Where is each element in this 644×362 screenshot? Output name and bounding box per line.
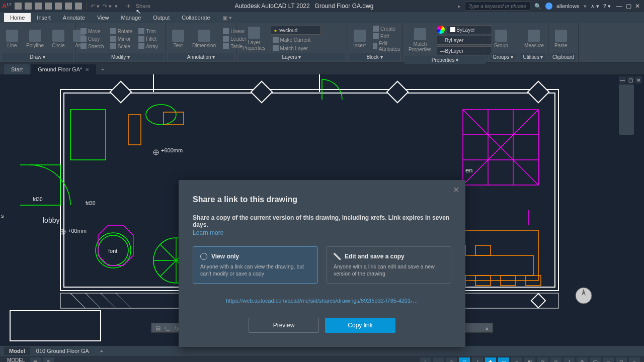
create-block-button[interactable]: Create [371, 25, 404, 32]
file-tab-doc[interactable]: Ground Floor GA*✕ [31, 64, 96, 74]
tab-insert[interactable]: Insert [31, 13, 57, 22]
app-logo[interactable]: ALT [2, 2, 12, 10]
preview-button[interactable]: Preview [249, 318, 319, 333]
sb-snap-icon[interactable]: ⊞ [43, 357, 54, 362]
option-edit-copy[interactable]: Edit and save a copy Anyone with a link … [326, 246, 451, 284]
search-input[interactable] [465, 2, 530, 11]
layer-selector[interactable]: ● revcloud [271, 26, 321, 35]
sb-monitor-icon[interactable]: 🖵 [590, 357, 601, 362]
lineweight-selector[interactable]: — ByLayer [437, 46, 492, 55]
sb-dyn-icon[interactable]: ▭ [498, 357, 509, 362]
make-current-button[interactable]: Make Current [271, 36, 321, 43]
panel-title-utilities[interactable]: Utilities ▾ [520, 53, 546, 61]
paste-button[interactable]: Paste [551, 29, 571, 49]
sb-qprop-icon[interactable]: ⊡ [616, 357, 627, 362]
layout-tab-model[interactable]: Model [4, 347, 30, 355]
scale-button[interactable]: Scale [108, 43, 134, 50]
saveas-icon[interactable] [45, 3, 52, 10]
layout-tab-1[interactable]: 010 Ground Floor GA [31, 347, 94, 355]
sb-ws-icon[interactable]: ⚙ [577, 357, 588, 362]
mirror-button[interactable]: Mirror [108, 35, 134, 42]
polyline-button[interactable]: Polyline [23, 29, 47, 49]
sb-3dosnap-icon[interactable]: ∠ [472, 357, 483, 362]
minimize-button[interactable]: — [615, 2, 624, 11]
tab-overflow-icon[interactable]: ▣ ▾ [222, 15, 232, 21]
array-button[interactable]: Array [136, 43, 160, 50]
sb-infer-icon[interactable]: ⊥ [420, 357, 431, 362]
plot-icon[interactable] [75, 3, 82, 10]
sb-osnap-icon[interactable]: □ [459, 357, 470, 362]
tab-collaborate[interactable]: Collaborate [176, 13, 216, 22]
sb-otrack-icon[interactable]: ✚ [485, 357, 496, 362]
undo-icon[interactable]: ↶ ▾ [91, 3, 100, 10]
file-tab-start[interactable]: Start [4, 64, 30, 74]
sb-cycling-icon[interactable]: ⟳ [537, 357, 548, 362]
user-name[interactable]: allenlowe [556, 3, 580, 9]
learn-more-link[interactable]: Learn more [193, 229, 223, 236]
sb-grid-icon[interactable]: ▦ [30, 357, 41, 362]
sb-annoscale-icon[interactable]: ⚖ [550, 357, 561, 362]
new-icon[interactable] [15, 3, 22, 10]
close-button[interactable]: ✕ [633, 2, 642, 11]
title-arrow-icon[interactable]: ▸ [458, 3, 461, 10]
cmd-history-icon[interactable]: ▤ [155, 325, 160, 331]
measure-button[interactable]: Measure [521, 29, 547, 49]
open-icon[interactable] [25, 3, 32, 10]
copy-link-button[interactable]: Copy link [325, 318, 395, 333]
doc-restore-button[interactable]: ▢ [627, 76, 634, 83]
tab-close-icon[interactable]: ✕ [85, 67, 89, 72]
sb-custom-icon[interactable]: ≡ [629, 357, 640, 362]
move-button[interactable]: Move [78, 28, 106, 35]
layout-tab-add[interactable]: + [95, 347, 108, 355]
copy-button[interactable]: Copy [78, 35, 106, 42]
panel-title-block[interactable]: Block ▾ [349, 53, 400, 61]
tab-view[interactable]: View [91, 13, 115, 22]
web-open-icon[interactable] [55, 3, 62, 10]
autodesk-icon[interactable]: ⋏ ▾ [591, 3, 599, 10]
option-view-only[interactable]: View only Anyone with a link can view th… [193, 246, 318, 284]
panel-title-annotation[interactable]: Annotation ▾ [168, 53, 234, 61]
redo-icon[interactable]: ↷ ▾ [103, 3, 112, 10]
layer-properties-button[interactable]: Layer Properties [239, 26, 269, 52]
qat-dropdown-icon[interactable]: ▾ [115, 3, 118, 10]
trim-button[interactable]: Trim [136, 28, 160, 35]
save-icon[interactable] [35, 3, 42, 10]
maximize-button[interactable]: ▢ [624, 2, 633, 11]
sb-polar-icon[interactable]: ⊙ [446, 357, 457, 362]
sb-model[interactable]: MODEL [4, 357, 28, 362]
viewcube[interactable] [619, 84, 634, 135]
help-icon[interactable]: ? ▾ [603, 3, 611, 10]
panel-title-properties[interactable]: Properties ▾ [405, 56, 486, 64]
dialog-close-button[interactable]: ✕ [453, 185, 459, 195]
match-properties-button[interactable]: Match Properties [406, 27, 435, 53]
sb-transparency-icon[interactable]: ◧ [524, 357, 535, 362]
color-wheel-icon[interactable] [437, 26, 445, 34]
drawing-canvas[interactable]: — ▢ ✕ [0, 74, 644, 346]
doc-minimize-button[interactable]: — [619, 76, 626, 83]
nav-compass-icon[interactable] [574, 286, 594, 306]
tab-manage[interactable]: Manage [115, 13, 147, 22]
line-button[interactable]: Line [3, 29, 21, 49]
new-tab-button[interactable]: + [97, 64, 108, 74]
sb-lwt-icon[interactable]: ≡ [511, 357, 522, 362]
panel-title-layers[interactable]: Layers ▾ [238, 53, 345, 61]
cmd-recent-icon[interactable]: ▴ [486, 325, 489, 331]
share-url[interactable]: https://web.autocad.com/acad/me/sid/shar… [193, 298, 451, 304]
text-button[interactable]: Text [169, 29, 187, 49]
sb-scale-icon[interactable]: 人 [564, 357, 575, 362]
sb-units-icon[interactable]: ▭ [603, 357, 614, 362]
insert-button[interactable]: Insert [350, 29, 369, 49]
rotate-button[interactable]: Rotate [108, 28, 134, 35]
linetype-selector[interactable]: — ByLayer [437, 36, 492, 45]
panel-title-modify[interactable]: Modify ▾ [77, 53, 164, 61]
dimension-button[interactable]: Dimension [189, 29, 219, 49]
tab-home[interactable]: Home [4, 13, 31, 22]
doc-close-button[interactable]: ✕ [635, 76, 642, 83]
user-avatar-icon[interactable] [545, 3, 552, 10]
group-button[interactable]: Group [491, 29, 511, 49]
panel-title-draw[interactable]: Draw ▾ [2, 53, 73, 61]
sb-ortho-icon[interactable]: ∟ [433, 357, 444, 362]
tab-output[interactable]: Output [147, 13, 176, 22]
tab-annotate[interactable]: Annotate [57, 13, 91, 22]
color-selector[interactable]: ByLayer [447, 25, 492, 34]
